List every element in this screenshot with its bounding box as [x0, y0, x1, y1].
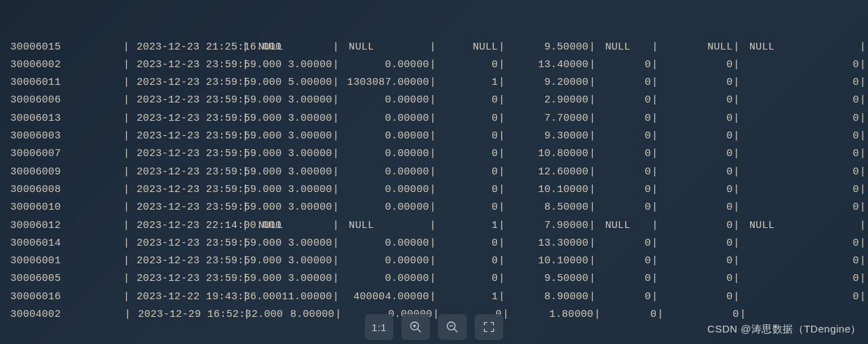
- cell-c6: 0: [658, 74, 732, 92]
- cell-c2: 0.00000: [340, 181, 429, 199]
- cell-c3: 0: [437, 181, 498, 199]
- cell-c5: 0: [596, 235, 651, 252]
- cell-c5: 0: [596, 56, 651, 74]
- cell-ts: 2023-12-23 23:59:59.000: [130, 252, 241, 270]
- cell-c4: 13.30000: [506, 235, 589, 252]
- cell-c4: 9.50000: [506, 270, 589, 288]
- cell-c7: 0: [741, 235, 859, 252]
- cell-id: 30006008: [1, 181, 123, 199]
- cell-id: 30006013: [1, 110, 123, 128]
- table-row: 30006007| 2023-12-23 23:59:59.000|3.0000…: [1, 145, 867, 163]
- cell-c5: 0: [596, 252, 651, 270]
- cell-id: 30006014: [1, 235, 123, 252]
- svg-line-1: [418, 329, 421, 332]
- table-row: 30006012| 2023-12-23 22:14:00.000| NULL|…: [1, 217, 867, 235]
- cell-c3: 0: [437, 145, 498, 163]
- cell-c6: 0: [658, 92, 732, 109]
- cell-c2: 0.00000: [340, 235, 429, 252]
- cell-c1: 11.00000: [250, 288, 332, 306]
- cell-c6: 0: [658, 252, 732, 270]
- cell-c5: NULL: [596, 217, 651, 235]
- table-row: 30006006| 2023-12-23 23:59:59.000|3.0000…: [1, 92, 867, 109]
- cell-c1: 3.00000: [250, 145, 332, 163]
- cell-c7: 0: [741, 110, 859, 128]
- cell-id: 30006001: [1, 252, 123, 270]
- fullscreen-icon: [482, 320, 496, 334]
- cell-id: 30006010: [1, 199, 123, 216]
- cell-c5: 0: [596, 270, 651, 288]
- cell-c7: 0: [741, 128, 859, 145]
- cell-c4: 9.50000: [506, 39, 589, 56]
- table-row: 30006015| 2023-12-23 21:25:16.000| NULL|…: [1, 39, 867, 56]
- cell-c4: 9.30000: [506, 128, 589, 145]
- cell-c5: 0: [596, 145, 651, 163]
- cell-c7: 0: [741, 164, 859, 181]
- cell-c3: 0: [437, 270, 498, 288]
- cell-id: 30006009: [1, 164, 123, 181]
- cell-c4: 13.40000: [506, 56, 589, 74]
- cell-c2: 0.00000: [340, 270, 429, 288]
- cell-ts: 2023-12-23 23:59:59.000: [130, 145, 241, 163]
- cell-c5: 0: [601, 306, 657, 324]
- cell-c3: 0: [437, 128, 498, 145]
- cell-id: 30006002: [1, 56, 123, 74]
- cell-c6: 0: [658, 199, 732, 216]
- cell-c2: 0.00000: [340, 92, 429, 109]
- cell-ts: 2023-12-23 23:59:59.000: [130, 164, 241, 181]
- table-row: 30006009| 2023-12-23 23:59:59.000|3.0000…: [1, 164, 867, 181]
- cell-c6: 0: [658, 288, 732, 306]
- cell-c2: 0.00000: [340, 199, 429, 216]
- cell-c1: NULL: [249, 39, 332, 56]
- cell-c4: 10.10000: [506, 181, 589, 199]
- cell-c7: 0: [741, 270, 859, 288]
- cell-c3: 0: [437, 199, 498, 216]
- cell-c6: 0: [658, 128, 732, 145]
- cell-c5: 0: [596, 92, 651, 109]
- cell-id: 30006016: [1, 288, 123, 306]
- cell-c2: 0.00000: [340, 110, 429, 128]
- cell-c7: 0: [741, 56, 859, 74]
- cell-c4: 10.10000: [506, 252, 589, 270]
- cell-ts: 2023-12-23 23:59:59.000: [130, 181, 241, 199]
- cell-c2: 400004.00000: [340, 288, 429, 306]
- cell-c5: 0: [596, 74, 651, 92]
- zoom-out-icon: [446, 320, 459, 334]
- cell-c4: 12.60000: [506, 164, 589, 181]
- cell-c2: 0.00000: [340, 252, 429, 270]
- cell-c6: 0: [658, 270, 732, 288]
- cell-c7: [747, 306, 867, 324]
- svg-line-5: [454, 329, 458, 332]
- cell-c6: 0: [665, 306, 739, 324]
- cell-ts: 2023-12-23 23:59:59.000: [130, 270, 241, 288]
- cell-id: 30006012: [1, 217, 123, 235]
- cell-c2: 0.00000: [340, 128, 429, 145]
- cell-id: 30006003: [1, 128, 123, 145]
- cell-c5: NULL: [596, 39, 651, 56]
- cell-c5: 0: [596, 128, 651, 145]
- table-row: 30006014| 2023-12-23 23:59:59.000|3.0000…: [1, 235, 867, 252]
- zoom-out-button[interactable]: [438, 314, 467, 340]
- cell-c5: 0: [596, 199, 651, 216]
- cell-c3: 1: [437, 217, 498, 235]
- table-row: 30006005| 2023-12-23 23:59:59.000|3.0000…: [1, 270, 867, 288]
- cell-c6: 0: [658, 181, 732, 199]
- cell-c1: 3.00000: [250, 235, 332, 252]
- cell-c6: NULL: [658, 39, 732, 56]
- cell-c6: 0: [658, 145, 732, 163]
- zoom-in-button[interactable]: [401, 314, 430, 340]
- table-row: 30006011| 2023-12-23 23:59:59.000|5.0000…: [1, 74, 867, 92]
- cell-c1: 3.00000: [250, 181, 332, 199]
- zoom-ratio-button[interactable]: 1:1: [365, 314, 393, 340]
- cell-c3: 0: [437, 164, 498, 181]
- table-row: 30006008| 2023-12-23 23:59:59.000|3.0000…: [1, 181, 867, 199]
- table-row: 30006016| 2023-12-22 19:43:36.000|11.000…: [1, 288, 867, 306]
- cell-ts: 2023-12-23 23:59:59.000: [130, 235, 241, 252]
- fullscreen-button[interactable]: [475, 314, 503, 340]
- cell-ts: 2023-12-23 23:59:59.000: [130, 56, 241, 74]
- cell-c2: 0.00000: [340, 56, 429, 74]
- table-row: 30006003| 2023-12-23 23:59:59.000|3.0000…: [1, 128, 867, 145]
- cell-c3: 1: [437, 74, 498, 92]
- cell-ts: 2023-12-23 23:59:59.000: [130, 128, 241, 145]
- cell-c3: 0: [437, 56, 498, 74]
- cell-c7: NULL: [741, 39, 859, 56]
